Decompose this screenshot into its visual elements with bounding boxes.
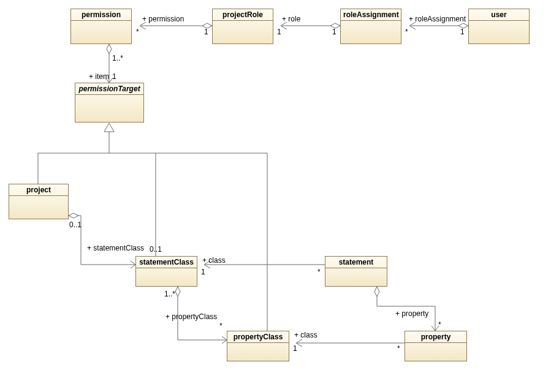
mult-user-one: 1 bbox=[460, 28, 465, 36]
assoc-label-item: + item bbox=[89, 72, 109, 81]
mult-project-zero-one: 0..1 bbox=[69, 221, 82, 229]
assoc-label-class-stmt: + class bbox=[202, 256, 226, 265]
mult-statementClass-one-star: 1..* bbox=[164, 290, 175, 298]
class-propertyClass[interactable]: propertyClass bbox=[227, 331, 289, 361]
mult-statementClass-one: 1 bbox=[201, 268, 205, 276]
class-user-name: user bbox=[469, 9, 529, 21]
svg-marker-15 bbox=[69, 213, 78, 218]
class-roleAssignment-name: roleAssignment bbox=[341, 9, 401, 21]
svg-marker-7 bbox=[107, 44, 112, 54]
mult-projectRole-one-a: 1 bbox=[204, 28, 208, 36]
class-propertyClass-name: propertyClass bbox=[227, 331, 289, 343]
mult-propertyClass-star-a: * bbox=[219, 322, 222, 330]
class-projectRole-name: projectRole bbox=[213, 9, 273, 21]
assoc-label-roleAssignment: + roleAssignment bbox=[409, 15, 466, 23]
assoc-label-permission: + permission bbox=[142, 15, 184, 23]
class-roleAssignment[interactable]: roleAssignment bbox=[340, 9, 401, 44]
class-permissionTarget-name: permissionTarget bbox=[75, 83, 143, 95]
assoc-label-statementClass: + statementClass bbox=[87, 244, 144, 252]
class-user[interactable]: user bbox=[468, 9, 530, 44]
class-statement[interactable]: statement bbox=[325, 256, 387, 287]
class-statementClass[interactable]: statementClass bbox=[135, 256, 197, 287]
class-property[interactable]: property bbox=[405, 331, 467, 361]
class-statement-name: statement bbox=[325, 257, 387, 268]
class-permission[interactable]: permission bbox=[70, 9, 132, 44]
svg-marker-24 bbox=[374, 287, 379, 296]
mult-statement-star: * bbox=[317, 268, 321, 276]
mult-permission-one-star: 1..* bbox=[112, 54, 123, 62]
assoc-label-role: + role bbox=[282, 15, 300, 23]
assoc-label-class-prop: + class bbox=[294, 331, 317, 339]
diagram-canvas: permission projectRole roleAssignment us… bbox=[0, 0, 551, 392]
mult-projectRole-one-b: 1 bbox=[277, 28, 281, 36]
svg-marker-8 bbox=[104, 123, 114, 132]
class-property-name: property bbox=[405, 331, 466, 343]
class-permission-name: permission bbox=[71, 9, 131, 21]
mult-property-star-a: * bbox=[397, 344, 400, 353]
class-projectRole[interactable]: projectRole bbox=[212, 9, 273, 44]
mult-roleAssignment-one-a: 1 bbox=[332, 28, 336, 36]
mult-propertyClass-one: 1 bbox=[293, 344, 297, 353]
class-project[interactable]: project bbox=[9, 184, 69, 219]
mult-permissionTarget-one: 1 bbox=[112, 72, 116, 81]
class-project-name: project bbox=[9, 184, 68, 196]
mult-property-star-b: * bbox=[438, 320, 441, 329]
mult-permission-star: * bbox=[136, 28, 139, 36]
mult-statementClass-zero-one: 0..1 bbox=[150, 245, 162, 254]
svg-marker-19 bbox=[175, 287, 180, 296]
assoc-label-property: + property bbox=[395, 309, 428, 318]
class-permissionTarget[interactable]: permissionTarget bbox=[75, 83, 144, 123]
assoc-label-propertyClass: + propertyClass bbox=[165, 312, 217, 321]
mult-roleAssignment-star: * bbox=[405, 28, 408, 36]
class-statementClass-name: statementClass bbox=[136, 257, 197, 268]
